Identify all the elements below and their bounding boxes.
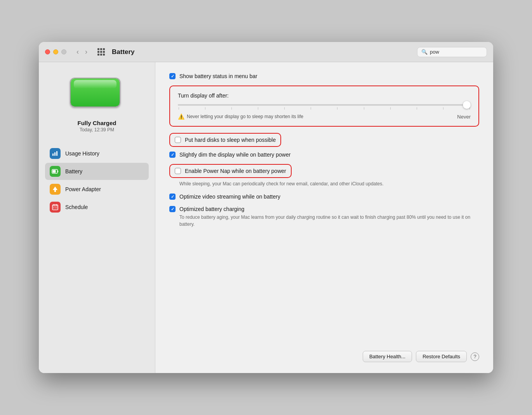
warning-text-group: ⚠️ Never letting your display go to slee… bbox=[178, 113, 303, 120]
battery-visual bbox=[70, 78, 124, 109]
hard-disks-highlighted-wrapper: Put hard disks to sleep when possible bbox=[169, 133, 479, 147]
battery-status-text: Fully Charged bbox=[77, 120, 116, 126]
svg-rect-9 bbox=[52, 205, 58, 207]
dim-display-row: Slightly dim the display while on batter… bbox=[169, 152, 479, 158]
svg-rect-7 bbox=[54, 190, 56, 192]
battery-health-button[interactable]: Battery Health... bbox=[363, 351, 412, 362]
grid-dot bbox=[103, 48, 105, 50]
slider-ticks bbox=[178, 107, 471, 110]
svg-rect-14 bbox=[56, 208, 57, 208]
svg-rect-4 bbox=[53, 170, 56, 173]
grid-dot bbox=[100, 54, 102, 56]
warning-icon: ⚠️ bbox=[178, 113, 184, 120]
back-button[interactable]: ‹ bbox=[74, 47, 81, 57]
sidebar-nav: Usage History Battery bbox=[39, 139, 155, 216]
show-battery-status-label: Show battery status in menu bar bbox=[179, 73, 257, 79]
battery-body bbox=[70, 78, 120, 107]
hard-disks-checkbox[interactable] bbox=[175, 137, 181, 143]
right-panel: Show battery status in menu bar Turn dis… bbox=[155, 62, 493, 373]
display-off-slider-track[interactable] bbox=[178, 104, 471, 106]
grid-dot bbox=[103, 51, 105, 53]
usage-history-icon bbox=[50, 148, 61, 159]
nav-buttons: ‹ › bbox=[74, 47, 90, 57]
warning-row: ⚠️ Never letting your display go to slee… bbox=[178, 113, 471, 120]
power-nap-box: Enable Power Nap while on battery power bbox=[169, 164, 292, 178]
maximize-button[interactable] bbox=[61, 49, 66, 54]
optimize-video-label: Optimize video streaming while on batter… bbox=[179, 194, 280, 200]
show-battery-status-row: Show battery status in menu bar bbox=[169, 73, 479, 79]
battery-nav-icon bbox=[50, 166, 61, 177]
titlebar-title: Battery bbox=[112, 48, 412, 56]
power-adapter-icon bbox=[50, 184, 61, 195]
show-battery-status-checkbox[interactable] bbox=[169, 73, 176, 79]
grid-dot bbox=[103, 54, 105, 56]
optimized-charging-label: Optimized battery charging bbox=[179, 206, 244, 212]
battery-shine bbox=[74, 80, 116, 89]
svg-rect-1 bbox=[54, 152, 56, 156]
search-box: 🔍 ✕ bbox=[417, 47, 487, 57]
search-input[interactable] bbox=[430, 49, 493, 55]
battery-icon-container bbox=[70, 78, 124, 109]
dim-display-checkbox[interactable] bbox=[169, 152, 176, 158]
grid-dot bbox=[97, 51, 99, 53]
battery-time-text: Today, 12:39 PM bbox=[77, 127, 116, 133]
minimize-button[interactable] bbox=[53, 49, 58, 54]
optimized-charging-checkbox[interactable] bbox=[169, 206, 176, 212]
sidebar-item-usage-history[interactable]: Usage History bbox=[45, 145, 149, 162]
turn-display-off-title: Turn display off after: bbox=[178, 92, 471, 99]
svg-rect-0 bbox=[52, 153, 54, 156]
main-window: ‹ › Battery 🔍 ✕ bbox=[39, 42, 493, 373]
sidebar-item-label: Battery bbox=[65, 168, 82, 174]
traffic-lights bbox=[45, 49, 66, 54]
sidebar-item-label: Usage History bbox=[65, 150, 99, 157]
optimized-charging-row: Optimized battery charging bbox=[169, 206, 479, 212]
power-nap-highlighted-wrapper: Enable Power Nap while on battery power bbox=[169, 164, 479, 178]
svg-rect-5 bbox=[57, 171, 58, 172]
optimized-charging-description: To reduce battery aging, your Mac learns… bbox=[179, 214, 479, 228]
grid-dot bbox=[100, 51, 102, 53]
dim-display-label: Slightly dim the display while on batter… bbox=[179, 152, 290, 158]
hard-disks-box: Put hard disks to sleep when possible bbox=[169, 133, 281, 147]
sidebar: Fully Charged Today, 12:39 PM Usage Hist… bbox=[39, 62, 155, 373]
sidebar-item-label: Schedule bbox=[65, 204, 88, 210]
svg-rect-12 bbox=[53, 208, 54, 208]
grid-dot bbox=[97, 48, 99, 50]
hard-disks-label: Put hard disks to sleep when possible bbox=[185, 137, 276, 143]
never-label: Never bbox=[457, 114, 471, 120]
bottom-buttons: Battery Health... Restore Defaults ? bbox=[363, 351, 479, 362]
sidebar-item-battery[interactable]: Battery bbox=[45, 163, 149, 180]
search-icon: 🔍 bbox=[421, 49, 428, 55]
grid-dot bbox=[97, 54, 99, 56]
power-nap-checkbox[interactable] bbox=[175, 168, 181, 174]
help-button[interactable]: ? bbox=[471, 352, 479, 361]
sidebar-item-schedule[interactable]: Schedule bbox=[45, 199, 149, 216]
svg-rect-2 bbox=[56, 151, 57, 156]
svg-rect-13 bbox=[55, 208, 56, 208]
close-button[interactable] bbox=[45, 49, 50, 54]
power-nap-label: Enable Power Nap while on battery power bbox=[185, 168, 286, 174]
battery-tip bbox=[120, 87, 120, 98]
svg-marker-6 bbox=[53, 187, 57, 190]
power-nap-description: While sleeping, your Mac can periodicall… bbox=[179, 180, 479, 187]
grid-dot bbox=[100, 48, 102, 50]
slider-container bbox=[178, 104, 471, 110]
main-content: Fully Charged Today, 12:39 PM Usage Hist… bbox=[39, 62, 493, 373]
sidebar-item-label: Power Adapter bbox=[65, 186, 101, 192]
display-off-slider-thumb[interactable] bbox=[463, 101, 471, 109]
grid-icon[interactable] bbox=[97, 48, 105, 56]
warning-text: Never letting your display go to sleep m… bbox=[187, 114, 303, 119]
optimize-video-row: Optimize video streaming while on batter… bbox=[169, 194, 479, 200]
titlebar: ‹ › Battery 🔍 ✕ bbox=[39, 42, 493, 62]
turn-display-off-box: Turn display off after: bbox=[169, 85, 479, 127]
restore-defaults-button[interactable]: Restore Defaults bbox=[416, 351, 467, 362]
battery-status: Fully Charged Today, 12:39 PM bbox=[77, 120, 116, 133]
sidebar-item-power-adapter[interactable]: Power Adapter bbox=[45, 181, 149, 198]
forward-button[interactable]: › bbox=[83, 47, 90, 57]
schedule-icon bbox=[50, 202, 61, 213]
optimize-video-checkbox[interactable] bbox=[169, 194, 176, 200]
